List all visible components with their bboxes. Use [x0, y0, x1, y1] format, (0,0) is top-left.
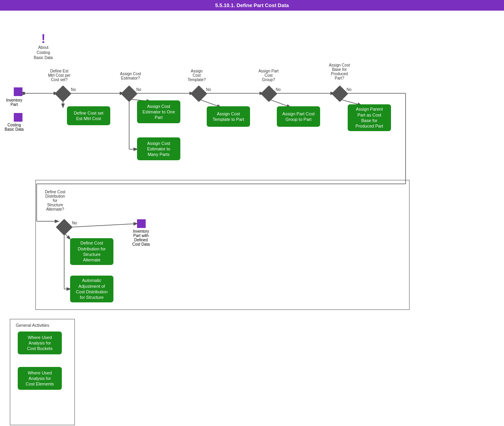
svg-line-11 [199, 99, 220, 107]
assign-cost-estimator-many-box[interactable]: Assign CostEstimator toMany Parts [137, 137, 180, 160]
svg-line-12 [269, 99, 290, 107]
canvas: ! AboutCostingBasic Data Inventory Part … [0, 11, 504, 426]
where-used-cost-buckets-box[interactable]: Where UsedAnalysis forCost Buckets [18, 332, 62, 354]
where-used-cost-elements-box[interactable]: Where UsedAnalysis forCost Elements [18, 367, 62, 390]
define-cost-distribution-struct-box[interactable]: Define CostDistribution forStructureAlte… [70, 238, 113, 265]
no-label-5: No [346, 87, 352, 92]
assign-cost-template-q-label: AssignCostTemplate? [182, 69, 211, 82]
no-label-1: No [71, 87, 76, 92]
assign-cost-estimator-q-label: Assign CostEstimator? [114, 72, 147, 80]
general-activities-label: General Activities [16, 323, 49, 328]
decision-3 [191, 85, 207, 102]
assign-cost-base-q-label: Assign CostBase forProducedPart? [324, 63, 355, 80]
assign-part-cost-group-box[interactable]: Assign Part CostGroup to Part [277, 106, 320, 127]
inventory-part-marker [14, 87, 22, 96]
inventory-part-2-marker [137, 219, 146, 228]
title-bar: 5.5.10.1. Define Part Cost Data [0, 0, 504, 11]
decision-2 [121, 85, 137, 102]
no-label-3: No [206, 87, 211, 92]
define-est-mtrl-label: Define EstMtrl Cost perCost set? [43, 69, 76, 82]
about-costing-label: AboutCostingBasic Data [34, 45, 53, 60]
assign-cost-estimator-one-box[interactable]: Assign CostEstimator to OnePart [137, 100, 180, 123]
assign-cost-template-box[interactable]: Assign CostTemplate to Part [207, 106, 250, 127]
define-cost-dist-q-label: Define CostDistributionforStructureAlter… [39, 190, 71, 211]
no-label-4: No [276, 87, 281, 92]
exclamation-mark: ! [41, 32, 46, 45]
assign-parent-part-box[interactable]: Assign ParentPart as CostBase forProduce… [348, 104, 391, 131]
page-title: 5.5.10.1. Define Part Cost Data [215, 2, 289, 8]
no-label-2: No [136, 87, 141, 92]
costing-basic-data-marker [14, 113, 22, 122]
svg-point-0 [22, 92, 25, 95]
costing-basic-data-label: CostingBasic Data [2, 123, 26, 132]
no-label-6: No [72, 221, 77, 225]
auto-adjustment-cost-box[interactable]: AutomaticAdjustment ofCost Distributionf… [70, 276, 113, 302]
decision-1 [55, 85, 71, 102]
inventory-part-label: Inventory Part [2, 98, 26, 107]
about-costing-icon: ! AboutCostingBasic Data [30, 32, 57, 60]
define-cost-set-box[interactable]: Define Cost setEst Mtrl Cost [67, 106, 110, 125]
decision-5 [332, 85, 348, 102]
decision-4 [261, 85, 277, 102]
inventory-part-2-label: InventoryPart withDefinedCost Data [125, 229, 157, 246]
assign-part-cost-group-q-label: Assign PartCostGroup? [253, 69, 284, 82]
